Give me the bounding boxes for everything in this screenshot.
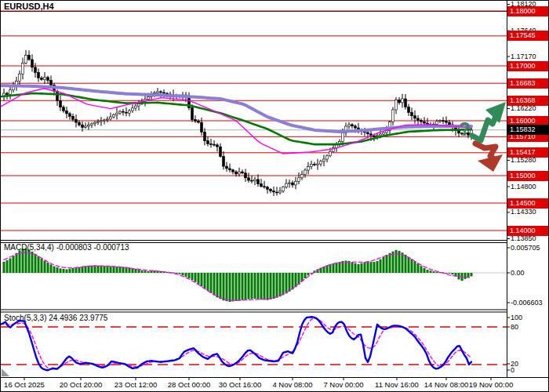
candle-body bbox=[311, 164, 313, 166]
candle-body bbox=[273, 191, 275, 192]
time-axis-label[interactable]: 19 Nov 00:00 bbox=[464, 380, 518, 389]
macd-histogram-bar bbox=[35, 254, 37, 273]
candle-body bbox=[28, 55, 31, 60]
macd-axis-label: 0.005705 bbox=[511, 244, 540, 252]
candle-body bbox=[314, 164, 316, 165]
macd-histogram-bar bbox=[251, 273, 253, 299]
candle-body bbox=[248, 178, 250, 180]
macd-histogram-bar bbox=[386, 255, 388, 273]
macd-histogram-bar bbox=[16, 253, 18, 273]
macd-histogram-bar bbox=[361, 263, 363, 273]
macd-histogram-bar bbox=[245, 273, 247, 299]
macd-histogram-bar bbox=[351, 262, 354, 273]
macd-histogram-bar bbox=[242, 273, 244, 300]
macd-histogram-bar bbox=[424, 268, 426, 273]
candle-body bbox=[210, 143, 213, 144]
macd-histogram-bar bbox=[270, 273, 272, 299]
macd-histogram-bar bbox=[433, 271, 435, 273]
price-tick-label: 1.13850 bbox=[511, 234, 536, 243]
candle-body bbox=[135, 106, 137, 108]
candle-body bbox=[125, 112, 128, 113]
candle-body bbox=[191, 108, 194, 120]
macd-histogram-bar bbox=[53, 267, 56, 273]
macd-histogram-bar bbox=[72, 268, 75, 273]
time-axis-label[interactable]: 30 Oct 16:00 bbox=[213, 380, 267, 389]
macd-histogram-bar bbox=[216, 273, 219, 297]
macd-histogram-bar bbox=[333, 263, 335, 273]
candle-body bbox=[279, 191, 282, 193]
candle-body bbox=[160, 92, 162, 93]
candle-body bbox=[226, 166, 228, 169]
candle-body bbox=[104, 120, 106, 121]
candle-body bbox=[242, 172, 244, 173]
macd-histogram-bar bbox=[380, 260, 382, 273]
macd-histogram-bar bbox=[100, 266, 103, 273]
candle-body bbox=[100, 121, 103, 122]
time-axis-label[interactable]: 28 Oct 00:00 bbox=[162, 380, 216, 389]
macd-histogram-bar bbox=[320, 268, 322, 273]
macd-histogram-bar bbox=[279, 273, 282, 296]
macd-histogram-bar bbox=[235, 273, 238, 301]
candle-body bbox=[147, 97, 150, 100]
macd-histogram-bar bbox=[326, 265, 329, 273]
candle-body bbox=[449, 122, 451, 125]
macd-histogram-bar bbox=[223, 273, 225, 300]
sr-price-box: 1.16683 bbox=[507, 78, 549, 89]
candle-body bbox=[257, 180, 260, 184]
time-axis-label[interactable]: 4 Nov 08:00 bbox=[265, 380, 320, 389]
time-axis-label[interactable]: 7 Nov 00:00 bbox=[316, 380, 371, 389]
time-axis-label[interactable]: 16 Oct 2025 bbox=[0, 380, 52, 389]
candle-body bbox=[41, 78, 43, 79]
macd-histogram-bar bbox=[364, 263, 366, 273]
candle-body bbox=[138, 103, 140, 106]
ma-slow-line bbox=[1, 85, 471, 132]
macd-histogram-bar bbox=[195, 273, 197, 282]
candle-body bbox=[204, 132, 206, 140]
macd-histogram-bar bbox=[91, 266, 93, 273]
macd-histogram-bar bbox=[44, 260, 46, 273]
candle-body bbox=[88, 125, 90, 126]
macd-histogram-bar bbox=[141, 270, 144, 273]
macd-histogram-bar bbox=[292, 273, 294, 289]
candle-body bbox=[31, 60, 34, 67]
macd-histogram-bar bbox=[63, 269, 65, 273]
candle-body bbox=[304, 170, 307, 175]
question-mark-annotation[interactable]: ? bbox=[459, 118, 471, 140]
macd-histogram-bar bbox=[201, 273, 203, 286]
time-axis-label[interactable]: 11 Nov 16:00 bbox=[369, 380, 424, 389]
candle-body bbox=[19, 74, 21, 81]
macd-histogram-bar bbox=[257, 273, 260, 299]
macd-histogram-bar bbox=[56, 267, 59, 273]
macd-histogram-bar bbox=[210, 273, 213, 293]
candle-body bbox=[119, 111, 122, 113]
candle-body bbox=[376, 136, 379, 136]
candle-body bbox=[78, 122, 81, 125]
candle-body bbox=[436, 122, 438, 125]
candle-body bbox=[25, 55, 27, 63]
macd-histogram-bar bbox=[307, 273, 310, 275]
candle-body bbox=[289, 183, 291, 183]
macd-histogram-bar bbox=[354, 263, 357, 273]
stoch-axis-label: 100 bbox=[511, 314, 522, 322]
stoch-axis-label: 0 bbox=[511, 366, 514, 375]
macd-histogram-bar bbox=[6, 260, 9, 273]
sr-price-box: 1.17000 bbox=[507, 61, 549, 71]
macd-histogram-bar bbox=[449, 273, 451, 274]
macd-histogram-bar bbox=[285, 273, 288, 293]
time-axis-label[interactable]: 20 Oct 20:00 bbox=[53, 380, 108, 389]
candle-body bbox=[6, 93, 9, 94]
chart-canvas[interactable]: ? bbox=[1, 1, 549, 392]
time-axis-label[interactable]: 23 Oct 12:00 bbox=[108, 380, 163, 389]
candle-body bbox=[213, 144, 216, 145]
candle-body bbox=[50, 80, 53, 85]
macd-histogram-bar bbox=[376, 261, 379, 273]
macd-histogram-bar bbox=[373, 262, 376, 273]
candle-body bbox=[9, 90, 12, 95]
sr-price-box: 1.18000 bbox=[507, 6, 549, 16]
candle-body bbox=[201, 122, 203, 132]
macd-histogram-bar bbox=[220, 273, 222, 299]
panel-resize-handle-icon[interactable] bbox=[2, 368, 9, 376]
candle-body bbox=[229, 169, 231, 170]
macd-histogram-bar bbox=[94, 265, 96, 273]
macd-axis-label: 0.00 bbox=[511, 269, 525, 278]
